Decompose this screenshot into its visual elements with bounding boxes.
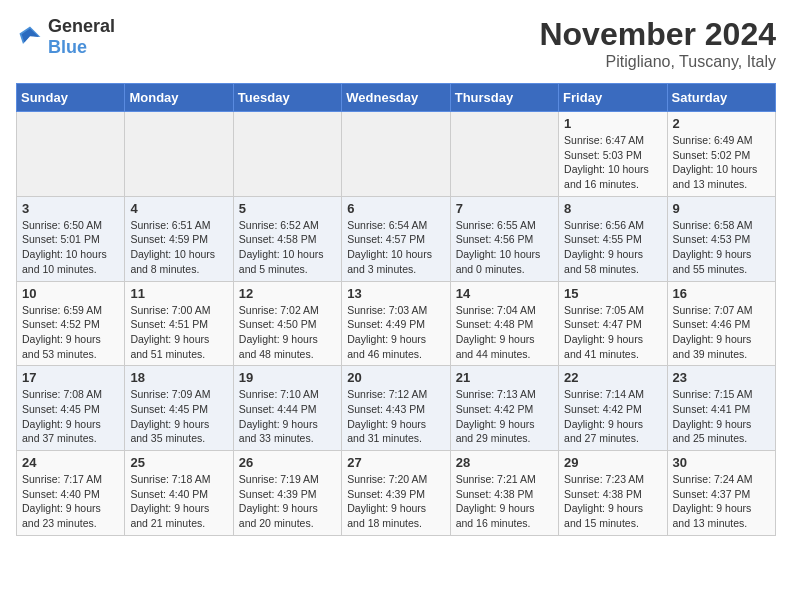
calendar-cell: 19Sunrise: 7:10 AM Sunset: 4:44 PM Dayli… xyxy=(233,366,341,451)
logo-icon xyxy=(16,23,44,51)
calendar-cell: 9Sunrise: 6:58 AM Sunset: 4:53 PM Daylig… xyxy=(667,196,775,281)
day-detail: Sunrise: 7:00 AM Sunset: 4:51 PM Dayligh… xyxy=(130,303,227,362)
day-detail: Sunrise: 7:04 AM Sunset: 4:48 PM Dayligh… xyxy=(456,303,553,362)
day-number: 11 xyxy=(130,286,227,301)
day-number: 6 xyxy=(347,201,444,216)
calendar-cell: 13Sunrise: 7:03 AM Sunset: 4:49 PM Dayli… xyxy=(342,281,450,366)
day-detail: Sunrise: 6:55 AM Sunset: 4:56 PM Dayligh… xyxy=(456,218,553,277)
calendar-cell: 3Sunrise: 6:50 AM Sunset: 5:01 PM Daylig… xyxy=(17,196,125,281)
day-number: 17 xyxy=(22,370,119,385)
day-number: 8 xyxy=(564,201,661,216)
day-detail: Sunrise: 7:24 AM Sunset: 4:37 PM Dayligh… xyxy=(673,472,770,531)
calendar-cell: 27Sunrise: 7:20 AM Sunset: 4:39 PM Dayli… xyxy=(342,451,450,536)
calendar-cell xyxy=(125,112,233,197)
day-number: 12 xyxy=(239,286,336,301)
calendar-cell: 15Sunrise: 7:05 AM Sunset: 4:47 PM Dayli… xyxy=(559,281,667,366)
day-detail: Sunrise: 6:52 AM Sunset: 4:58 PM Dayligh… xyxy=(239,218,336,277)
day-detail: Sunrise: 7:20 AM Sunset: 4:39 PM Dayligh… xyxy=(347,472,444,531)
day-number: 29 xyxy=(564,455,661,470)
calendar-cell: 22Sunrise: 7:14 AM Sunset: 4:42 PM Dayli… xyxy=(559,366,667,451)
day-detail: Sunrise: 7:19 AM Sunset: 4:39 PM Dayligh… xyxy=(239,472,336,531)
day-number: 5 xyxy=(239,201,336,216)
calendar-cell: 28Sunrise: 7:21 AM Sunset: 4:38 PM Dayli… xyxy=(450,451,558,536)
calendar-cell: 4Sunrise: 6:51 AM Sunset: 4:59 PM Daylig… xyxy=(125,196,233,281)
calendar-cell xyxy=(450,112,558,197)
day-number: 27 xyxy=(347,455,444,470)
day-number: 22 xyxy=(564,370,661,385)
calendar-cell: 6Sunrise: 6:54 AM Sunset: 4:57 PM Daylig… xyxy=(342,196,450,281)
day-number: 24 xyxy=(22,455,119,470)
month-title: November 2024 xyxy=(539,16,776,53)
day-detail: Sunrise: 6:47 AM Sunset: 5:03 PM Dayligh… xyxy=(564,133,661,192)
logo-text-general: General xyxy=(48,16,115,36)
day-number: 13 xyxy=(347,286,444,301)
day-number: 2 xyxy=(673,116,770,131)
day-detail: Sunrise: 7:09 AM Sunset: 4:45 PM Dayligh… xyxy=(130,387,227,446)
day-number: 19 xyxy=(239,370,336,385)
calendar-cell: 14Sunrise: 7:04 AM Sunset: 4:48 PM Dayli… xyxy=(450,281,558,366)
page-header: General Blue November 2024 Pitigliano, T… xyxy=(16,16,776,71)
day-detail: Sunrise: 7:02 AM Sunset: 4:50 PM Dayligh… xyxy=(239,303,336,362)
calendar-cell: 20Sunrise: 7:12 AM Sunset: 4:43 PM Dayli… xyxy=(342,366,450,451)
day-detail: Sunrise: 6:49 AM Sunset: 5:02 PM Dayligh… xyxy=(673,133,770,192)
calendar-week-row: 1Sunrise: 6:47 AM Sunset: 5:03 PM Daylig… xyxy=(17,112,776,197)
day-number: 20 xyxy=(347,370,444,385)
day-number: 18 xyxy=(130,370,227,385)
logo: General Blue xyxy=(16,16,115,58)
header-day: Wednesday xyxy=(342,84,450,112)
calendar-week-row: 24Sunrise: 7:17 AM Sunset: 4:40 PM Dayli… xyxy=(17,451,776,536)
day-detail: Sunrise: 6:50 AM Sunset: 5:01 PM Dayligh… xyxy=(22,218,119,277)
calendar-cell: 17Sunrise: 7:08 AM Sunset: 4:45 PM Dayli… xyxy=(17,366,125,451)
logo-text-blue: Blue xyxy=(48,37,87,57)
day-number: 30 xyxy=(673,455,770,470)
day-number: 16 xyxy=(673,286,770,301)
calendar-cell: 24Sunrise: 7:17 AM Sunset: 4:40 PM Dayli… xyxy=(17,451,125,536)
day-detail: Sunrise: 7:10 AM Sunset: 4:44 PM Dayligh… xyxy=(239,387,336,446)
header-day: Tuesday xyxy=(233,84,341,112)
day-detail: Sunrise: 6:54 AM Sunset: 4:57 PM Dayligh… xyxy=(347,218,444,277)
calendar-week-row: 3Sunrise: 6:50 AM Sunset: 5:01 PM Daylig… xyxy=(17,196,776,281)
header-day: Friday xyxy=(559,84,667,112)
calendar-cell: 2Sunrise: 6:49 AM Sunset: 5:02 PM Daylig… xyxy=(667,112,775,197)
day-detail: Sunrise: 7:13 AM Sunset: 4:42 PM Dayligh… xyxy=(456,387,553,446)
day-number: 23 xyxy=(673,370,770,385)
day-detail: Sunrise: 7:15 AM Sunset: 4:41 PM Dayligh… xyxy=(673,387,770,446)
calendar-cell: 10Sunrise: 6:59 AM Sunset: 4:52 PM Dayli… xyxy=(17,281,125,366)
calendar-cell: 21Sunrise: 7:13 AM Sunset: 4:42 PM Dayli… xyxy=(450,366,558,451)
day-detail: Sunrise: 7:18 AM Sunset: 4:40 PM Dayligh… xyxy=(130,472,227,531)
calendar-cell: 5Sunrise: 6:52 AM Sunset: 4:58 PM Daylig… xyxy=(233,196,341,281)
day-number: 4 xyxy=(130,201,227,216)
title-block: November 2024 Pitigliano, Tuscany, Italy xyxy=(539,16,776,71)
header-day: Monday xyxy=(125,84,233,112)
calendar-cell: 1Sunrise: 6:47 AM Sunset: 5:03 PM Daylig… xyxy=(559,112,667,197)
day-detail: Sunrise: 7:21 AM Sunset: 4:38 PM Dayligh… xyxy=(456,472,553,531)
day-detail: Sunrise: 7:08 AM Sunset: 4:45 PM Dayligh… xyxy=(22,387,119,446)
day-detail: Sunrise: 7:12 AM Sunset: 4:43 PM Dayligh… xyxy=(347,387,444,446)
calendar-cell: 30Sunrise: 7:24 AM Sunset: 4:37 PM Dayli… xyxy=(667,451,775,536)
location-title: Pitigliano, Tuscany, Italy xyxy=(539,53,776,71)
day-detail: Sunrise: 7:07 AM Sunset: 4:46 PM Dayligh… xyxy=(673,303,770,362)
header-day: Thursday xyxy=(450,84,558,112)
day-detail: Sunrise: 6:56 AM Sunset: 4:55 PM Dayligh… xyxy=(564,218,661,277)
day-number: 9 xyxy=(673,201,770,216)
calendar-cell xyxy=(342,112,450,197)
day-detail: Sunrise: 6:59 AM Sunset: 4:52 PM Dayligh… xyxy=(22,303,119,362)
day-number: 3 xyxy=(22,201,119,216)
day-number: 10 xyxy=(22,286,119,301)
day-detail: Sunrise: 6:51 AM Sunset: 4:59 PM Dayligh… xyxy=(130,218,227,277)
calendar-cell: 11Sunrise: 7:00 AM Sunset: 4:51 PM Dayli… xyxy=(125,281,233,366)
calendar-cell: 16Sunrise: 7:07 AM Sunset: 4:46 PM Dayli… xyxy=(667,281,775,366)
day-number: 21 xyxy=(456,370,553,385)
calendar-cell xyxy=(233,112,341,197)
header-row: SundayMondayTuesdayWednesdayThursdayFrid… xyxy=(17,84,776,112)
calendar-cell: 18Sunrise: 7:09 AM Sunset: 4:45 PM Dayli… xyxy=(125,366,233,451)
calendar-cell: 26Sunrise: 7:19 AM Sunset: 4:39 PM Dayli… xyxy=(233,451,341,536)
calendar-week-row: 10Sunrise: 6:59 AM Sunset: 4:52 PM Dayli… xyxy=(17,281,776,366)
day-number: 7 xyxy=(456,201,553,216)
calendar-cell: 12Sunrise: 7:02 AM Sunset: 4:50 PM Dayli… xyxy=(233,281,341,366)
header-day: Saturday xyxy=(667,84,775,112)
day-number: 28 xyxy=(456,455,553,470)
calendar-cell: 25Sunrise: 7:18 AM Sunset: 4:40 PM Dayli… xyxy=(125,451,233,536)
calendar-cell: 8Sunrise: 6:56 AM Sunset: 4:55 PM Daylig… xyxy=(559,196,667,281)
day-number: 25 xyxy=(130,455,227,470)
